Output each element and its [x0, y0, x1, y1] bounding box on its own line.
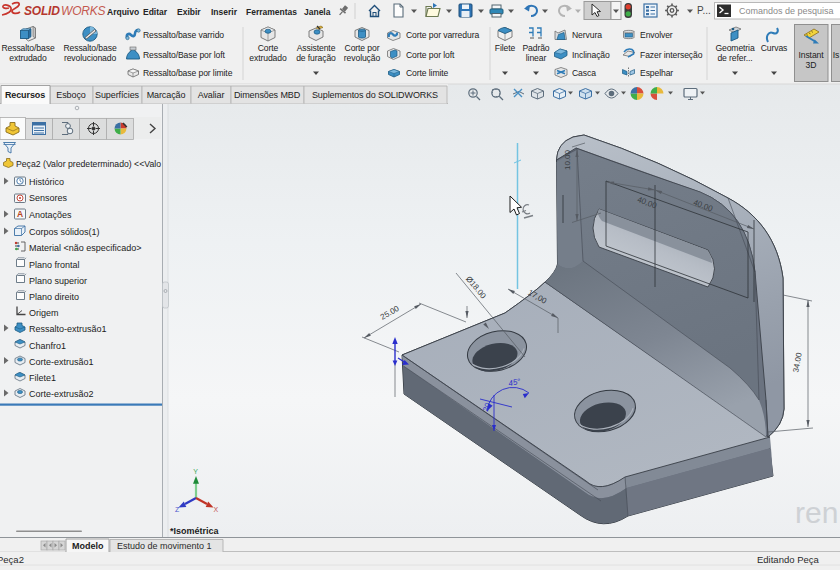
svg-text:Avaliar: Avaliar — [198, 90, 225, 100]
svg-text:X: X — [214, 506, 219, 513]
svg-text:Comandos de pesquisa: Comandos de pesquisa — [739, 6, 834, 16]
svg-text:Esboço: Esboço — [56, 90, 86, 100]
svg-text:revolução: revolução — [344, 53, 381, 63]
svg-text:Peça2 (Valor predeterminado) <: Peça2 (Valor predeterminado) <<Valo — [16, 159, 161, 169]
svg-text:Plano superior: Plano superior — [29, 276, 87, 286]
svg-text:Corte: Corte — [258, 43, 279, 53]
svg-text:Ressalto/base: Ressalto/base — [1, 43, 54, 53]
svg-text:Estudo de movimento 1: Estudo de movimento 1 — [117, 541, 212, 551]
svg-text:Marcação: Marcação — [147, 90, 186, 100]
svg-text:Dimensões MBD: Dimensões MBD — [234, 90, 301, 100]
svg-text:Casca: Casca — [572, 68, 596, 78]
svg-text:Ferramentas: Ferramentas — [246, 7, 297, 17]
svg-text:Corte limite: Corte limite — [406, 68, 449, 78]
svg-text:*Isométrica: *Isométrica — [170, 526, 220, 536]
svg-text:Inclinação: Inclinação — [572, 50, 610, 60]
svg-text:Superfícies: Superfícies — [95, 90, 140, 100]
svg-text:de refer...: de refer... — [717, 53, 752, 63]
svg-text:10.00: 10.00 — [563, 149, 572, 170]
svg-text:Filete1: Filete1 — [29, 373, 56, 383]
svg-text:Histórico: Histórico — [29, 177, 64, 187]
svg-text:Ressalto/base por limite: Ressalto/base por limite — [143, 68, 233, 78]
svg-text:Plano direito: Plano direito — [29, 292, 79, 302]
svg-text:linear: linear — [526, 53, 547, 63]
svg-text:Arquivo: Arquivo — [107, 7, 139, 17]
svg-text:Modelo: Modelo — [72, 541, 104, 551]
svg-text:ren: ren — [795, 496, 838, 529]
svg-text:Ressalto/base varrido: Ressalto/base varrido — [143, 30, 224, 40]
svg-text:Recursos: Recursos — [5, 90, 45, 100]
svg-text:Instant: Instant — [798, 50, 824, 60]
svg-text:Ressalto-extrusão1: Ressalto-extrusão1 — [29, 324, 107, 334]
svg-text:Assistente: Assistente — [297, 43, 336, 53]
svg-text:Geometria: Geometria — [715, 43, 755, 53]
svg-text:Chanfro1: Chanfro1 — [29, 341, 66, 351]
svg-text:Material <não especificado>: Material <não especificado> — [29, 243, 142, 253]
svg-text:Envolver: Envolver — [640, 30, 673, 40]
svg-text:Corpos sólidos(1): Corpos sólidos(1) — [29, 227, 100, 237]
svg-text:Padrão: Padrão — [522, 43, 549, 53]
svg-text:extrudado: extrudado — [249, 53, 287, 63]
svg-text:Corte-extrusão1: Corte-extrusão1 — [29, 357, 94, 367]
svg-text:Anotações: Anotações — [29, 210, 72, 220]
svg-text:Exibir: Exibir — [177, 7, 201, 17]
svg-text:revolucionado: revolucionado — [64, 53, 117, 63]
svg-text:Fazer interseção: Fazer interseção — [640, 50, 703, 60]
svg-text:Corte por: Corte por — [345, 43, 380, 53]
svg-text:WORKS: WORKS — [61, 4, 106, 18]
svg-text:Ressalto/base: Ressalto/base — [63, 43, 116, 53]
svg-text:Suplementos do SOLIDWORKS: Suplementos do SOLIDWORKS — [312, 90, 438, 100]
svg-text:extrudado: extrudado — [9, 53, 47, 63]
svg-text:Janela: Janela — [304, 7, 331, 17]
svg-text:Y: Y — [193, 468, 198, 475]
svg-text:Corte por varredura: Corte por varredura — [406, 30, 479, 40]
svg-text:Peça2: Peça2 — [0, 554, 24, 565]
svg-text:Ressalto/Base por loft: Ressalto/Base por loft — [143, 50, 226, 60]
svg-text:Editando Peça: Editando Peça — [757, 554, 820, 565]
svg-text:Z: Z — [175, 506, 180, 513]
svg-text:Editar: Editar — [143, 7, 168, 17]
svg-text:Filete: Filete — [495, 43, 516, 53]
svg-text:Corte por loft: Corte por loft — [406, 50, 455, 60]
svg-text:Is: Is — [833, 50, 840, 60]
svg-text:3D: 3D — [806, 60, 817, 70]
svg-text:Nervura: Nervura — [572, 30, 602, 40]
svg-text:P...: P... — [697, 5, 711, 16]
svg-text:Sensores: Sensores — [29, 193, 68, 203]
svg-text:de furação: de furação — [296, 53, 336, 63]
svg-text:Corte-extrusão2: Corte-extrusão2 — [29, 389, 94, 399]
svg-text:SOLID: SOLID — [24, 4, 60, 18]
svg-text:A: A — [17, 209, 23, 219]
svg-text:Inserir: Inserir — [211, 7, 238, 17]
svg-text:Plano frontal: Plano frontal — [29, 260, 80, 270]
svg-text:Origem: Origem — [29, 308, 59, 318]
svg-text:Espelhar: Espelhar — [640, 68, 673, 78]
svg-text:Curvas: Curvas — [761, 43, 788, 53]
